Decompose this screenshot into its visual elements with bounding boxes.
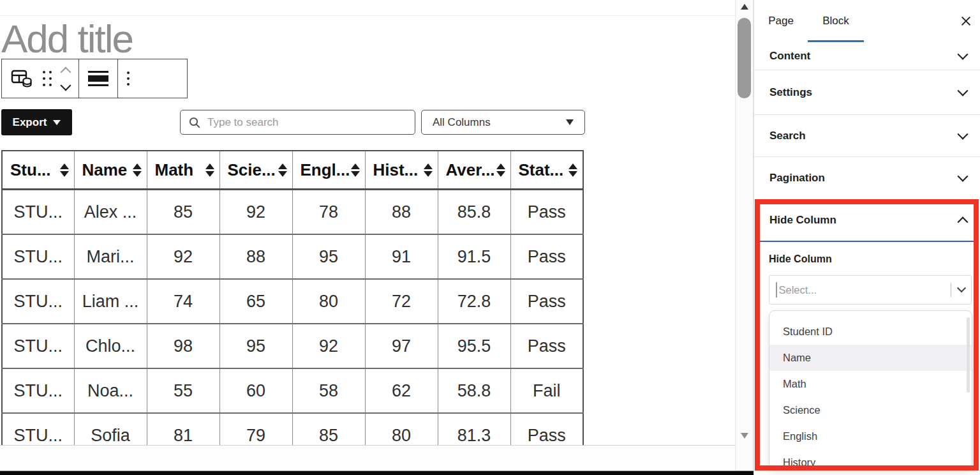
cell-student-id: STU... bbox=[2, 324, 74, 368]
cell-english: 58 bbox=[292, 368, 365, 413]
panel-pagination[interactable]: Pagination bbox=[754, 157, 980, 200]
panel-content[interactable]: Content bbox=[754, 42, 980, 70]
table-row: STU... Alex ... 85 92 78 88 85.8 Pass bbox=[2, 190, 583, 235]
drag-handle-icon[interactable] bbox=[43, 71, 52, 86]
kebab-menu-icon[interactable] bbox=[127, 72, 130, 86]
chevron-down-icon bbox=[958, 49, 969, 59]
grades-table-container: Stu... Name Math Scie... Engl... Hist...… bbox=[1, 150, 585, 445]
cell-science: 65 bbox=[219, 279, 292, 324]
tab-page[interactable]: Page bbox=[758, 0, 804, 41]
cell-average: 58.8 bbox=[438, 368, 510, 413]
option-science[interactable]: Science bbox=[769, 397, 972, 423]
option-english[interactable]: English bbox=[769, 423, 972, 449]
option-name[interactable]: Name bbox=[769, 345, 972, 371]
cell-math: 85 bbox=[147, 190, 219, 235]
sidebar-tabs: Page Block bbox=[754, 0, 980, 43]
sort-icon bbox=[424, 163, 433, 177]
align-icon[interactable] bbox=[88, 71, 108, 86]
cell-math: 92 bbox=[147, 234, 219, 279]
cell-status: Fail bbox=[510, 368, 583, 413]
cell-english: 85 bbox=[292, 413, 365, 445]
select-divider bbox=[951, 283, 952, 297]
cell-average: 91.5 bbox=[438, 234, 510, 279]
header-student-id[interactable]: Stu... bbox=[2, 151, 74, 190]
panel-hide-column[interactable]: Hide Column bbox=[754, 200, 980, 241]
cell-history: 88 bbox=[365, 190, 438, 235]
cell-average: 85.8 bbox=[438, 190, 510, 235]
cell-student-id: STU... bbox=[2, 190, 74, 235]
cell-name: Liam ... bbox=[74, 279, 147, 324]
hide-column-dropdown: Student ID Name Math Science English His… bbox=[769, 310, 972, 469]
move-down-icon[interactable] bbox=[61, 80, 71, 91]
option-math[interactable]: Math bbox=[769, 371, 972, 397]
scrollbar-thumb[interactable] bbox=[738, 18, 751, 98]
move-up-icon[interactable] bbox=[61, 66, 71, 77]
toolbar-group-main bbox=[2, 59, 78, 98]
header-average[interactable]: Aver... bbox=[438, 151, 510, 190]
dropdown-scrollbar-thumb[interactable] bbox=[967, 317, 970, 393]
chevron-down-icon bbox=[958, 85, 969, 96]
editor-window: Add title bbox=[0, 0, 980, 475]
cell-science: 79 bbox=[219, 413, 292, 445]
option-history[interactable]: History bbox=[769, 449, 972, 469]
cell-math: 55 bbox=[147, 368, 219, 413]
sort-icon bbox=[60, 163, 69, 177]
sort-icon bbox=[278, 163, 287, 177]
select-placeholder: Select... bbox=[779, 284, 817, 296]
cell-student-id: STU... bbox=[2, 413, 74, 445]
hide-column-field-label: Hide Column bbox=[769, 253, 832, 265]
tab-block[interactable]: Block bbox=[808, 0, 864, 41]
grades-table: Stu... Name Math Scie... Engl... Hist...… bbox=[1, 150, 584, 445]
cell-student-id: STU... bbox=[2, 234, 74, 279]
cell-name: Noa... bbox=[74, 368, 147, 413]
column-filter-select[interactable]: All Columns bbox=[421, 110, 585, 135]
export-caret-icon bbox=[53, 120, 61, 125]
table-block-icon[interactable] bbox=[11, 70, 33, 87]
hide-column-select[interactable]: Select... bbox=[769, 275, 972, 305]
header-english[interactable]: Engl... bbox=[292, 151, 365, 190]
close-icon[interactable] bbox=[960, 15, 972, 27]
cell-history: 97 bbox=[365, 324, 438, 368]
sort-icon bbox=[205, 163, 214, 177]
cell-name: Mari... bbox=[74, 234, 147, 279]
cell-math: 81 bbox=[147, 413, 219, 445]
header-history[interactable]: Hist... bbox=[365, 151, 438, 190]
table-header-row: Stu... Name Math Scie... Engl... Hist...… bbox=[2, 151, 583, 190]
cell-name: Chlo... bbox=[74, 324, 147, 368]
drag-dots-glyph bbox=[43, 71, 52, 86]
cell-math: 74 bbox=[147, 279, 219, 324]
scrollbar-up-arrow[interactable] bbox=[741, 4, 748, 10]
export-button[interactable]: Export bbox=[1, 109, 72, 135]
sort-icon bbox=[351, 163, 360, 177]
chevron-up-icon bbox=[958, 216, 969, 227]
cell-average: 81.3 bbox=[438, 413, 510, 445]
scrollbar-down-arrow[interactable] bbox=[741, 433, 748, 439]
export-label: Export bbox=[13, 116, 47, 129]
cell-status: Pass bbox=[510, 234, 583, 279]
header-status[interactable]: Stat... bbox=[510, 151, 583, 190]
table-row: STU... Sofia 81 79 85 80 81.3 Pass bbox=[2, 413, 583, 445]
block-mover[interactable] bbox=[62, 68, 70, 89]
sort-icon bbox=[133, 163, 142, 177]
option-student-id[interactable]: Student ID bbox=[769, 319, 972, 345]
header-math[interactable]: Math bbox=[147, 151, 219, 190]
editor-scrollbar[interactable] bbox=[735, 0, 754, 471]
post-title-input[interactable]: Add title bbox=[1, 18, 133, 59]
block-toolbar bbox=[1, 59, 188, 98]
cell-name: Alex ... bbox=[74, 190, 147, 235]
search-input[interactable] bbox=[206, 116, 407, 130]
cell-history: 80 bbox=[365, 413, 438, 445]
panel-settings[interactable]: Settings bbox=[754, 70, 980, 115]
panel-search[interactable]: Search bbox=[754, 115, 980, 157]
table-search-box[interactable] bbox=[180, 110, 415, 135]
cell-status: Pass bbox=[510, 190, 583, 235]
cell-average: 72.8 bbox=[438, 279, 510, 324]
header-name[interactable]: Name bbox=[74, 151, 147, 190]
table-row: STU... Liam ... 74 65 80 72 72.8 Pass bbox=[2, 279, 583, 324]
chevron-down-icon bbox=[958, 171, 969, 182]
cell-science: 92 bbox=[219, 190, 292, 235]
panel-active-divider bbox=[760, 241, 974, 242]
header-science[interactable]: Scie... bbox=[219, 151, 292, 190]
toolbar-group-options bbox=[117, 59, 138, 98]
table-row: STU... Chlo... 98 95 92 97 95.5 Pass bbox=[2, 324, 583, 368]
